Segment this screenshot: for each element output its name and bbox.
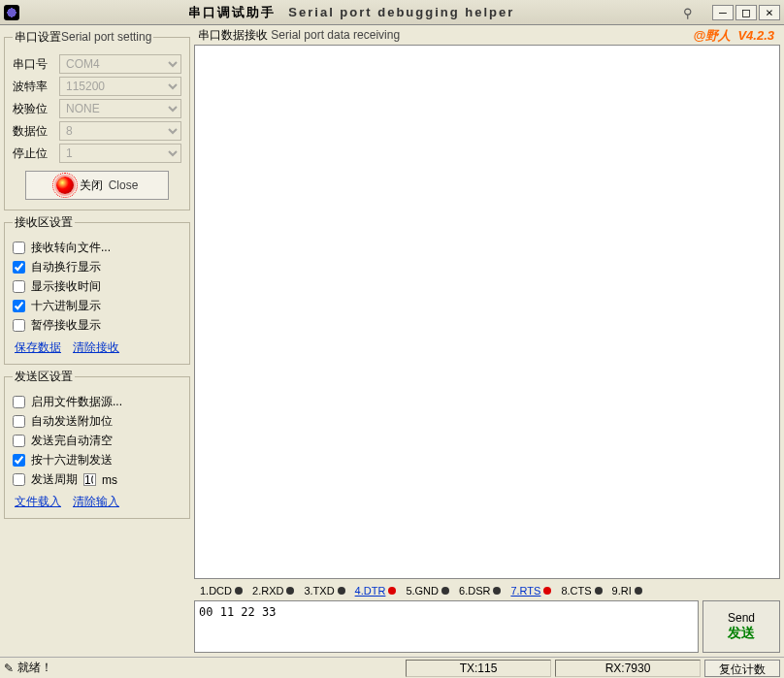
databits-label: 数据位 — [13, 123, 55, 140]
titlebar: 串口调试助手 Serial port debugging helper — □ … — [0, 0, 784, 25]
signal-ri: 9.RI — [612, 585, 642, 597]
send-period-checkbox[interactable] — [13, 473, 25, 486]
tx-option-0: 启用文件数据源... — [13, 394, 181, 410]
tx-checkbox-2[interactable] — [13, 435, 25, 447]
send-period-input[interactable] — [83, 473, 96, 486]
send-period-unit: ms — [102, 473, 117, 487]
signal-gnd: 5.GND — [406, 585, 449, 597]
close-port-label-en: Close — [109, 178, 139, 192]
signal-dot-dsr — [493, 587, 501, 595]
signal-rts[interactable]: 7.RTS — [510, 585, 551, 597]
clear-tx-link[interactable]: 清除输入 — [73, 494, 119, 510]
tx-option-label-0: 启用文件数据源... — [31, 394, 122, 410]
rx-settings-legend: 接收区设置 — [13, 214, 75, 231]
tx-checkbox-1[interactable] — [13, 415, 25, 428]
tx-option-label-3: 按十六进制发送 — [31, 452, 113, 468]
ready-icon: ✎ — [4, 662, 14, 675]
send-period-row: 发送周期 ms — [13, 471, 181, 488]
app-icon — [4, 5, 19, 20]
tx-option-label-2: 发送完自动清空 — [31, 433, 113, 449]
tx-counter: TX:115 — [406, 660, 551, 677]
rx-option-label-1: 自动换行显示 — [31, 259, 101, 275]
tx-settings-group: 发送区设置 启用文件数据源...自动发送附加位发送完自动清空按十六进制发送 发送… — [4, 369, 190, 519]
rx-checkbox-1[interactable] — [13, 261, 25, 274]
title-sub: Serial port debugging helper — [288, 5, 514, 19]
tx-textarea[interactable] — [194, 600, 699, 653]
author-tag: @野人 — [693, 28, 731, 43]
clear-rx-link[interactable]: 清除接收 — [73, 339, 119, 356]
tx-checkbox-3[interactable] — [13, 454, 25, 467]
signal-dot-dcd — [235, 587, 243, 595]
rx-checkbox-4[interactable] — [13, 319, 25, 332]
signal-dot-rxd — [286, 587, 294, 595]
maximize-button[interactable]: □ — [735, 5, 757, 20]
signal-dot-rts — [543, 587, 551, 595]
minimize-button[interactable]: — — [712, 5, 734, 20]
tx-option-2: 发送完自动清空 — [13, 433, 181, 449]
tx-option-label-1: 自动发送附加位 — [31, 413, 113, 430]
send-button[interactable]: Send 发送 — [702, 600, 780, 653]
rx-textarea[interactable] — [194, 45, 780, 579]
tx-option-3: 按十六进制发送 — [13, 452, 181, 468]
pin-icon[interactable] — [683, 6, 699, 19]
rx-option-label-3: 十六进制显示 — [31, 298, 101, 314]
signal-txd: 3.TXD — [304, 585, 344, 597]
signal-dtr[interactable]: 4.DTR — [355, 585, 397, 597]
signal-dot-cts — [595, 587, 603, 595]
send-period-label: 发送周期 — [31, 471, 78, 488]
rx-settings-group: 接收区设置 接收转向文件...自动换行显示显示接收时间十六进制显示暂停接收显示 … — [4, 214, 190, 365]
rx-option-label-4: 暂停接收显示 — [31, 317, 101, 334]
parity-label: 校验位 — [13, 101, 55, 117]
rx-checkbox-0[interactable] — [13, 242, 25, 254]
signal-rxd: 2.RXD — [252, 585, 294, 597]
signal-dot-dtr — [388, 587, 396, 595]
signal-strip: 1.DCD2.RXD3.TXD4.DTR5.GND6.DSR7.RTS8.CTS… — [194, 581, 780, 600]
send-label-en: Send — [728, 611, 755, 625]
rx-counter: RX:7930 — [555, 660, 701, 677]
title-main: 串口调试助手 — [188, 5, 276, 19]
close-window-button[interactable]: × — [759, 5, 780, 20]
close-port-label: 关闭 — [80, 178, 103, 194]
signal-dot-txd — [338, 587, 345, 595]
rx-header-en: Serial port data receiving — [271, 28, 400, 42]
rx-option-3: 十六进制显示 — [13, 298, 181, 314]
rx-checkbox-2[interactable] — [13, 280, 25, 293]
reset-counter-button[interactable]: 复位计数 — [704, 660, 780, 677]
port-settings-legend: 串口设置 — [15, 30, 61, 44]
signal-dsr: 6.DSR — [459, 585, 501, 597]
signal-dcd: 1.DCD — [200, 585, 243, 597]
rx-header: 串口数据接收 — [198, 28, 268, 42]
tx-checkbox-0[interactable] — [13, 396, 25, 408]
rx-option-4: 暂停接收显示 — [13, 317, 181, 334]
rx-option-label-0: 接收转向文件... — [31, 240, 111, 256]
rx-option-2: 显示接收时间 — [13, 278, 181, 295]
statusbar: ✎ 就绪！ TX:115 RX:7930 复位计数 — [0, 657, 784, 678]
save-data-link[interactable]: 保存数据 — [15, 339, 61, 356]
ready-text: 就绪！ — [17, 660, 52, 676]
port-settings-group: 串口设置Serial port setting 串口号COM4 波特率11520… — [4, 29, 190, 210]
port-select[interactable]: COM4 — [59, 54, 181, 74]
port-label: 串口号 — [13, 56, 55, 73]
load-file-link[interactable]: 文件载入 — [15, 494, 61, 510]
baud-select[interactable]: 115200 — [59, 77, 181, 96]
baud-label: 波特率 — [13, 79, 55, 95]
rx-checkbox-3[interactable] — [13, 300, 25, 312]
tx-settings-legend: 发送区设置 — [13, 369, 75, 385]
rx-option-1: 自动换行显示 — [13, 259, 181, 275]
version-tag: V4.2.3 — [737, 28, 774, 43]
port-settings-legend-en: Serial port setting — [61, 30, 151, 44]
rx-option-0: 接收转向文件... — [13, 240, 181, 256]
stopbits-label: 停止位 — [13, 145, 55, 162]
stopbits-select[interactable]: 1 — [59, 144, 181, 163]
port-status-icon — [56, 177, 74, 194]
close-port-button[interactable]: 关闭Close — [25, 171, 169, 200]
rx-option-label-2: 显示接收时间 — [31, 278, 101, 295]
send-label-zh: 发送 — [728, 625, 755, 642]
signal-dot-gnd — [441, 587, 449, 595]
databits-select[interactable]: 8 — [59, 121, 181, 141]
signal-cts: 8.CTS — [561, 585, 602, 597]
signal-dot-ri — [635, 587, 642, 595]
parity-select[interactable]: NONE — [59, 99, 181, 118]
tx-option-1: 自动发送附加位 — [13, 413, 181, 430]
